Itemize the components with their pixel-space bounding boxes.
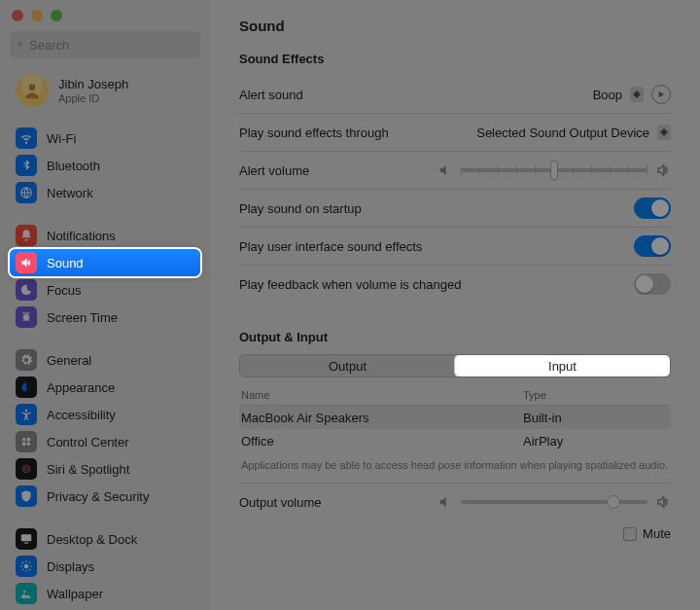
svg-rect-6 [27, 438, 30, 442]
play-through-value: Selected Sound Output Device [476, 126, 649, 140]
svg-point-8 [27, 443, 30, 447]
output-input-segmented: Output Input [239, 354, 671, 377]
svg-point-5 [22, 438, 26, 442]
ui-sounds-toggle[interactable] [634, 235, 671, 257]
wallpaper-icon [16, 583, 37, 604]
sidebar-item-label: Control Center [47, 435, 129, 449]
avatar [16, 74, 49, 107]
alert-volume-slider[interactable] [438, 162, 671, 178]
close-window-button[interactable] [12, 10, 23, 21]
sidebar-item-focus[interactable]: Focus [10, 276, 200, 304]
feedback-toggle[interactable] [634, 273, 671, 295]
sidebar-item-control-center[interactable]: Control Center [10, 428, 200, 455]
window-controls [10, 6, 200, 31]
output-volume-slider[interactable] [438, 494, 671, 510]
startup-sound-label: Play sound on startup [239, 201, 634, 216]
sound-icon [16, 252, 37, 273]
alert-sound-value: Boop [593, 88, 622, 102]
play-alert-button[interactable] [651, 85, 671, 104]
device-type: AirPlay [523, 434, 669, 449]
device-table-header: Name Type [239, 385, 671, 405]
focus-icon [16, 279, 37, 301]
zoom-window-button[interactable] [51, 10, 62, 21]
device-row[interactable]: OfficeAirPlay [239, 429, 671, 452]
sidebar-item-label: Focus [47, 283, 81, 298]
sidebar-item-general[interactable]: General [10, 346, 200, 374]
privacy-icon [16, 485, 37, 507]
sidebar-item-displays[interactable]: Displays [10, 553, 200, 580]
sidebar-item-notifications[interactable]: Notifications [10, 222, 200, 249]
chevron-updown-icon [630, 87, 644, 102]
account-sub: Apple ID [58, 92, 128, 104]
output-input-heading: Output & Input [239, 330, 671, 344]
sidebar-item-sound[interactable]: Sound [10, 249, 200, 276]
sidebar-item-label: Appearance [47, 380, 115, 395]
bell-icon [16, 225, 37, 246]
siri-icon [16, 458, 37, 480]
bluetooth-icon [16, 155, 37, 176]
alert-sound-row[interactable]: Alert sound Boop [239, 76, 671, 113]
sidebar-item-label: Siri & Spotlight [47, 462, 129, 477]
startup-sound-toggle[interactable] [634, 197, 671, 219]
startup-sound-row: Play sound on startup [239, 190, 671, 227]
page-title: Sound [239, 18, 671, 34]
sidebar: Jibin Joseph Apple ID Wi-FiBluetoothNetw… [0, 0, 210, 610]
sidebar-item-label: Desktop & Dock [47, 532, 137, 547]
device-type: Built-in [523, 411, 669, 425]
svg-point-14 [24, 564, 29, 569]
wifi-icon [16, 127, 37, 149]
sidebar-item-label: Bluetooth [47, 159, 100, 173]
appearance-icon [16, 377, 37, 398]
search-field[interactable] [10, 31, 200, 58]
gear-icon [16, 349, 37, 371]
sidebar-item-label: Wallpaper [47, 587, 103, 601]
volume-low-icon [438, 494, 453, 510]
sidebar-item-screen-time[interactable]: Screen Time [10, 304, 200, 331]
svg-rect-12 [21, 534, 32, 541]
sidebar-item-accessibility[interactable]: Accessibility [10, 401, 200, 428]
output-volume-row: Output volume [239, 484, 671, 520]
sidebar-item-label: Sound [47, 256, 84, 270]
sidebar-item-wi-fi[interactable]: Wi-Fi [10, 125, 200, 152]
sidebar-item-privacy-security[interactable]: Privacy & Security [10, 483, 200, 510]
tab-output[interactable]: Output [240, 355, 455, 377]
col-type-header: Type [523, 389, 669, 401]
svg-point-2 [23, 314, 29, 320]
a11y-icon [16, 404, 37, 425]
mute-checkbox[interactable] [623, 527, 637, 541]
chevron-updown-icon [657, 125, 671, 140]
play-through-dropdown[interactable]: Selected Sound Output Device [476, 125, 671, 140]
sidebar-item-siri-spotlight[interactable]: Siri & Spotlight [10, 455, 200, 483]
device-name: MacBook Air Speakers [241, 411, 523, 425]
sidebar-item-label: Accessibility [47, 408, 116, 422]
sidebar-item-network[interactable]: Network [10, 179, 200, 206]
alert-sound-dropdown[interactable]: Boop [593, 87, 644, 102]
volume-low-icon [438, 162, 453, 178]
sidebar-item-desktop-dock[interactable]: Desktop & Dock [10, 525, 200, 553]
network-icon [16, 182, 37, 203]
svg-point-0 [29, 84, 36, 90]
alert-sound-label: Alert sound [239, 88, 593, 102]
svg-point-16 [23, 591, 25, 592]
sound-effects-heading: Sound Effects [239, 52, 671, 66]
sidebar-item-wallpaper[interactable]: Wallpaper [10, 580, 200, 607]
sidebar-item-label: Wi-Fi [47, 131, 76, 146]
mute-label: Mute [643, 526, 671, 541]
svg-rect-13 [24, 543, 29, 544]
device-row[interactable]: MacBook Air SpeakersBuilt-in [239, 406, 671, 429]
ui-sounds-label: Play user interface sound effects [239, 239, 634, 254]
play-through-row[interactable]: Play sound effects through Selected Soun… [239, 114, 671, 151]
tab-input[interactable]: Input [455, 355, 670, 377]
volume-high-icon [655, 162, 671, 178]
apple-id-account[interactable]: Jibin Joseph Apple ID [10, 70, 200, 121]
content-pane: Sound Sound Effects Alert sound Boop Pla… [210, 0, 700, 610]
displays-icon [16, 556, 37, 577]
sidebar-item-label: Notifications [47, 229, 116, 243]
feedback-row: Play feedback when volume is changed [239, 266, 671, 303]
minimize-window-button[interactable] [31, 10, 43, 21]
svg-rect-7 [22, 443, 26, 447]
search-input[interactable] [29, 38, 192, 53]
sidebar-item-label: Network [47, 186, 93, 200]
sidebar-item-appearance[interactable]: Appearance [10, 374, 200, 401]
sidebar-item-bluetooth[interactable]: Bluetooth [10, 152, 200, 179]
